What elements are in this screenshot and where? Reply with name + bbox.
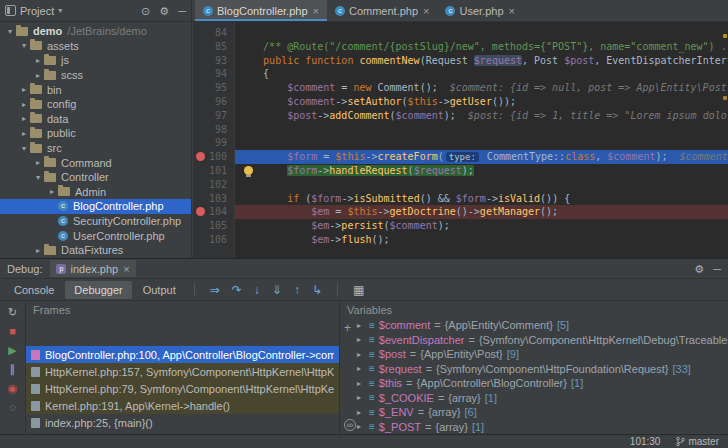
tree-chevron-icon[interactable]: ▸ <box>18 100 30 109</box>
project-panel-title[interactable]: Project <box>20 5 54 17</box>
intention-bulb-icon[interactable] <box>244 166 253 175</box>
tree-item[interactable]: cUserController.php <box>0 228 191 243</box>
tree-chevron-icon[interactable]: ▸ <box>32 158 44 167</box>
tree-chevron-icon[interactable]: ▾ <box>18 144 30 153</box>
code-line[interactable]: if ($form->isSubmitted() && $form->isVal… <box>235 192 728 206</box>
tree-chevron-icon[interactable]: ▸ <box>32 71 44 80</box>
gutter-line[interactable]: 85 <box>193 40 234 54</box>
step-into-icon[interactable]: ↓ <box>254 284 260 296</box>
tree-item[interactable]: ▸scss <box>0 68 191 83</box>
editor-tab-blogcontroller-php[interactable]: cBlogController.php× <box>195 0 327 21</box>
debug-tab-console[interactable]: Console <box>5 281 63 299</box>
gutter-line[interactable]: 105 <box>193 219 234 233</box>
code-line[interactable]: $post->addComment($comment); $post: {id … <box>235 109 728 123</box>
code-line[interactable]: public function commentNew(Request $requ… <box>235 54 728 68</box>
add-watch-icon[interactable]: + <box>344 321 351 335</box>
gutter-line[interactable]: 94 <box>193 67 234 81</box>
tree-item[interactable]: ▸public <box>0 126 191 141</box>
chevron-down-icon[interactable]: ▾ <box>58 6 62 15</box>
gutter-line[interactable]: 97 <box>193 109 234 123</box>
locate-icon[interactable]: ⊙ <box>141 5 150 17</box>
evaluate-expression-icon[interactable]: ▦ <box>353 284 364 296</box>
run-to-cursor-icon[interactable]: ↳ <box>312 284 322 296</box>
chevron-right-icon[interactable]: ▸ <box>357 335 365 344</box>
resume-icon[interactable]: ▶ <box>8 345 16 356</box>
tree-item[interactable]: cSecurityController.php <box>0 214 191 229</box>
gutter-line[interactable]: 98 <box>193 123 234 137</box>
tree-chevron-icon[interactable]: ▸ <box>32 246 44 255</box>
tree-chevron-icon[interactable]: ▸ <box>32 56 44 65</box>
variable-row[interactable]: ▸≡$post = {App\Entity\Post}[9] <box>340 347 728 362</box>
code-line[interactable]: $em->flush(); <box>235 233 728 247</box>
frame-row[interactable]: index.php:25, {main}() <box>26 414 339 431</box>
tree-item[interactable]: ▸Command <box>0 155 191 170</box>
debug-session-tab[interactable]: p index.php × <box>50 260 135 277</box>
rerun-icon[interactable]: ↻ <box>8 307 17 318</box>
hide-panel-icon[interactable]: ─ <box>713 263 721 275</box>
code-line[interactable]: $comment = new Comment(); $comment: {id … <box>235 81 728 95</box>
code-line[interactable] <box>235 178 728 192</box>
tree-chevron-icon[interactable]: ▸ <box>18 85 30 94</box>
tree-item[interactable]: ▸config <box>0 97 191 112</box>
step-out-icon[interactable]: ↑ <box>294 284 300 296</box>
tree-chevron-icon[interactable]: ▾ <box>18 41 30 50</box>
frame-row[interactable]: BlogController.php:100, App\Controller\B… <box>26 346 339 363</box>
code-line[interactable]: /** @Route("/comment/{postSlug}/new", me… <box>235 40 728 54</box>
frame-row[interactable]: HttpKernel.php:157, Symfony\Component\Ht… <box>26 363 339 380</box>
chevron-right-icon[interactable]: ▸ <box>357 422 365 431</box>
editor-tab-user-php[interactable]: cUser.php× <box>437 0 522 21</box>
tree-chevron-icon[interactable]: ▾ <box>4 27 16 36</box>
variable-row[interactable]: ▸≡$_ENV = {array}[6] <box>340 405 728 420</box>
code-line[interactable] <box>235 123 728 137</box>
close-icon[interactable]: × <box>509 5 515 17</box>
code-line[interactable]: $form->handleRequest($request); <box>235 164 728 178</box>
mute-breakpoints-icon[interactable]: ◌ <box>9 402 16 413</box>
code-line[interactable]: $form = $this->createForm(type: CommentT… <box>235 150 728 164</box>
tree-item[interactable]: ▸DataFixtures <box>0 243 191 258</box>
stop-icon[interactable]: ■ <box>9 326 16 337</box>
debug-tab-output[interactable]: Output <box>134 281 185 299</box>
settings-gear-icon[interactable]: ⚙ <box>694 263 704 275</box>
breakpoint-icon[interactable] <box>196 152 205 161</box>
gutter-line[interactable]: 103 <box>193 192 234 206</box>
tree-item[interactable]: ▸bin <box>0 82 191 97</box>
force-step-into-icon[interactable]: ⇓ <box>272 284 282 296</box>
variable-row[interactable]: ▸≡$_COOKIE = {array}[1] <box>340 391 728 406</box>
code-area[interactable]: /** @Route("/comment/{postSlug}/new", me… <box>235 22 728 258</box>
gutter-line[interactable]: 84 <box>193 26 234 40</box>
tree-chevron-icon[interactable]: ▾ <box>32 173 44 182</box>
variable-row[interactable]: ▸≡$comment = {App\Entity\Comment}[5] <box>340 318 728 333</box>
tree-item[interactable]: ▾demo/JetBrains/demo <box>0 24 191 39</box>
error-stripe-mark[interactable] <box>723 34 727 38</box>
pause-icon[interactable]: ∥ <box>10 364 16 375</box>
view-breakpoints-icon[interactable]: ◉ <box>8 383 18 394</box>
chevron-right-icon[interactable]: ▸ <box>357 393 365 402</box>
tree-item[interactable]: ▾Controller <box>0 170 191 185</box>
caret-position[interactable]: 101:30 <box>630 436 661 447</box>
project-tool-icon[interactable] <box>5 5 16 16</box>
show-execution-point-icon[interactable]: ⇒ <box>210 284 220 296</box>
code-line[interactable]: $em = $this->getDoctrine()->getManager()… <box>235 205 728 219</box>
code-line[interactable] <box>235 26 728 40</box>
close-icon[interactable]: × <box>313 5 319 17</box>
close-icon[interactable]: × <box>123 263 129 275</box>
gutter-line[interactable]: 99 <box>193 136 234 150</box>
debug-tab-debugger[interactable]: Debugger <box>65 281 131 299</box>
breakpoint-icon[interactable] <box>196 207 205 216</box>
chevron-right-icon[interactable]: ▸ <box>357 408 365 417</box>
step-over-icon[interactable]: ↷ <box>232 284 242 296</box>
gutter-line[interactable]: 104 <box>193 205 234 219</box>
variable-row[interactable]: ▸≡$_POST = {array}[1] <box>340 420 728 435</box>
chevron-right-icon[interactable]: ▸ <box>357 364 365 373</box>
tree-item[interactable]: ▾assets <box>0 39 191 54</box>
code-line[interactable]: $em->persist($comment); <box>235 219 728 233</box>
tree-chevron-icon[interactable]: ▸ <box>18 129 30 138</box>
variable-row[interactable]: ▸≡$eventDispatcher = {Symfony\Component\… <box>340 333 728 348</box>
error-stripe-mark[interactable] <box>723 96 727 100</box>
frame-row[interactable]: Kernel.php:191, App\Kernel->handle() <box>26 397 339 414</box>
chevron-right-icon[interactable]: ▸ <box>357 379 365 388</box>
editor-gutter[interactable]: 848593949596979899100101102103104105106 <box>193 22 235 258</box>
settings-gear-icon[interactable]: ⚙ <box>159 5 169 17</box>
frame-row[interactable]: HttpKernel.php:79, Symfony\Component\Htt… <box>26 380 339 397</box>
tree-chevron-icon[interactable]: ▸ <box>46 187 58 196</box>
